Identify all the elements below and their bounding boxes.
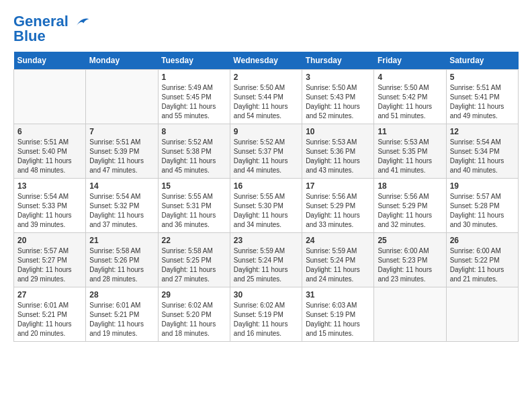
- day-number: 24: [306, 236, 370, 245]
- day-number: 11: [378, 127, 442, 136]
- weekday-header-thursday: Thursday: [302, 52, 374, 70]
- calendar-cell: 15Sunrise: 5:55 AM Sunset: 5:31 PM Dayli…: [158, 179, 230, 233]
- day-number: 5: [450, 73, 515, 82]
- day-info: Sunrise: 6:02 AM Sunset: 5:19 PM Dayligh…: [234, 301, 298, 338]
- weekday-header-friday: Friday: [374, 52, 446, 70]
- calendar-cell: 12Sunrise: 5:54 AM Sunset: 5:34 PM Dayli…: [446, 124, 518, 179]
- day-number: 15: [162, 181, 226, 191]
- day-number: 19: [450, 181, 515, 191]
- calendar-week-row: 27Sunrise: 6:01 AM Sunset: 5:21 PM Dayli…: [14, 287, 519, 342]
- day-info: Sunrise: 5:54 AM Sunset: 5:33 PM Dayligh…: [17, 192, 82, 230]
- day-info: Sunrise: 6:00 AM Sunset: 5:23 PM Dayligh…: [378, 246, 442, 284]
- day-number: 9: [234, 127, 298, 136]
- day-info: Sunrise: 5:50 AM Sunset: 5:42 PM Dayligh…: [378, 83, 442, 121]
- day-info: Sunrise: 5:57 AM Sunset: 5:27 PM Dayligh…: [17, 246, 82, 284]
- calendar-cell: 17Sunrise: 5:56 AM Sunset: 5:29 PM Dayli…: [302, 179, 374, 233]
- day-info: Sunrise: 6:02 AM Sunset: 5:20 PM Dayligh…: [162, 301, 226, 338]
- day-info: Sunrise: 5:55 AM Sunset: 5:30 PM Dayligh…: [234, 192, 298, 230]
- weekday-header-sunday: Sunday: [14, 52, 86, 70]
- calendar-cell: [374, 287, 446, 342]
- calendar-cell: [14, 70, 86, 124]
- day-info: Sunrise: 6:00 AM Sunset: 5:22 PM Dayligh…: [450, 246, 515, 284]
- day-info: Sunrise: 5:53 AM Sunset: 5:35 PM Dayligh…: [378, 138, 442, 175]
- calendar-cell: 2Sunrise: 5:50 AM Sunset: 5:44 PM Daylig…: [230, 70, 302, 124]
- day-number: 21: [89, 236, 154, 245]
- day-number: 27: [17, 290, 82, 300]
- calendar-cell: [446, 287, 518, 342]
- calendar-cell: 6Sunrise: 5:51 AM Sunset: 5:40 PM Daylig…: [14, 124, 86, 179]
- day-number: 8: [162, 127, 226, 136]
- day-info: Sunrise: 5:58 AM Sunset: 5:26 PM Dayligh…: [89, 246, 154, 284]
- calendar-cell: 9Sunrise: 5:52 AM Sunset: 5:37 PM Daylig…: [230, 124, 302, 179]
- day-number: 26: [450, 236, 515, 245]
- weekday-header-tuesday: Tuesday: [158, 52, 230, 70]
- weekday-header-saturday: Saturday: [446, 52, 518, 70]
- day-info: Sunrise: 5:52 AM Sunset: 5:37 PM Dayligh…: [234, 138, 298, 175]
- calendar-cell: 20Sunrise: 5:57 AM Sunset: 5:27 PM Dayli…: [14, 233, 86, 287]
- day-info: Sunrise: 5:58 AM Sunset: 5:25 PM Dayligh…: [162, 246, 226, 284]
- calendar-cell: 30Sunrise: 6:02 AM Sunset: 5:19 PM Dayli…: [230, 287, 302, 342]
- day-number: 20: [17, 236, 82, 245]
- calendar-week-row: 20Sunrise: 5:57 AM Sunset: 5:27 PM Dayli…: [14, 233, 519, 287]
- calendar-cell: 23Sunrise: 5:59 AM Sunset: 5:24 PM Dayli…: [230, 233, 302, 287]
- calendar-cell: 25Sunrise: 6:00 AM Sunset: 5:23 PM Dayli…: [374, 233, 446, 287]
- calendar-cell: 7Sunrise: 5:51 AM Sunset: 5:39 PM Daylig…: [86, 124, 158, 179]
- calendar-week-row: 6Sunrise: 5:51 AM Sunset: 5:40 PM Daylig…: [14, 124, 519, 179]
- calendar-cell: 18Sunrise: 5:56 AM Sunset: 5:29 PM Dayli…: [374, 179, 446, 233]
- day-number: 10: [306, 127, 370, 136]
- day-info: Sunrise: 5:56 AM Sunset: 5:29 PM Dayligh…: [378, 192, 442, 230]
- logo: General Blue: [13, 13, 90, 45]
- calendar-cell: 19Sunrise: 5:57 AM Sunset: 5:28 PM Dayli…: [446, 179, 518, 233]
- day-info: Sunrise: 5:55 AM Sunset: 5:31 PM Dayligh…: [162, 192, 226, 230]
- calendar-cell: 1Sunrise: 5:49 AM Sunset: 5:45 PM Daylig…: [158, 70, 230, 124]
- calendar-cell: 22Sunrise: 5:58 AM Sunset: 5:25 PM Dayli…: [158, 233, 230, 287]
- day-number: 14: [89, 181, 154, 191]
- day-info: Sunrise: 5:50 AM Sunset: 5:44 PM Dayligh…: [234, 83, 298, 121]
- calendar-cell: 11Sunrise: 5:53 AM Sunset: 5:35 PM Dayli…: [374, 124, 446, 179]
- day-info: Sunrise: 5:51 AM Sunset: 5:40 PM Dayligh…: [17, 138, 82, 175]
- day-number: 29: [162, 290, 226, 300]
- day-number: 2: [234, 73, 298, 82]
- calendar-cell: 13Sunrise: 5:54 AM Sunset: 5:33 PM Dayli…: [14, 179, 86, 233]
- day-number: 12: [450, 127, 515, 136]
- day-info: Sunrise: 5:52 AM Sunset: 5:38 PM Dayligh…: [162, 138, 226, 175]
- calendar-week-row: 13Sunrise: 5:54 AM Sunset: 5:33 PM Dayli…: [14, 179, 519, 233]
- day-info: Sunrise: 5:53 AM Sunset: 5:36 PM Dayligh…: [306, 138, 370, 175]
- day-info: Sunrise: 5:59 AM Sunset: 5:24 PM Dayligh…: [306, 246, 370, 284]
- day-number: 30: [234, 290, 298, 300]
- weekday-header-row: SundayMondayTuesdayWednesdayThursdayFrid…: [14, 52, 519, 70]
- calendar-cell: 29Sunrise: 6:02 AM Sunset: 5:20 PM Dayli…: [158, 287, 230, 342]
- day-number: 22: [162, 236, 226, 245]
- page-header: General Blue: [13, 13, 519, 45]
- day-number: 16: [234, 181, 298, 191]
- calendar-cell: 27Sunrise: 6:01 AM Sunset: 5:21 PM Dayli…: [14, 287, 86, 342]
- calendar-cell: 10Sunrise: 5:53 AM Sunset: 5:36 PM Dayli…: [302, 124, 374, 179]
- day-info: Sunrise: 5:51 AM Sunset: 5:41 PM Dayligh…: [450, 83, 515, 121]
- calendar-cell: 24Sunrise: 5:59 AM Sunset: 5:24 PM Dayli…: [302, 233, 374, 287]
- calendar-cell: 5Sunrise: 5:51 AM Sunset: 5:41 PM Daylig…: [446, 70, 518, 124]
- day-info: Sunrise: 5:50 AM Sunset: 5:43 PM Dayligh…: [306, 83, 370, 121]
- day-info: Sunrise: 6:01 AM Sunset: 5:21 PM Dayligh…: [17, 301, 82, 338]
- calendar-table: SundayMondayTuesdayWednesdayThursdayFrid…: [13, 52, 519, 342]
- calendar-cell: 14Sunrise: 5:54 AM Sunset: 5:32 PM Dayli…: [86, 179, 158, 233]
- day-number: 6: [17, 127, 82, 136]
- day-info: Sunrise: 5:57 AM Sunset: 5:28 PM Dayligh…: [450, 192, 515, 230]
- day-number: 7: [89, 127, 154, 136]
- calendar-cell: 4Sunrise: 5:50 AM Sunset: 5:42 PM Daylig…: [374, 70, 446, 124]
- weekday-header-wednesday: Wednesday: [230, 52, 302, 70]
- calendar-cell: 28Sunrise: 6:01 AM Sunset: 5:21 PM Dayli…: [86, 287, 158, 342]
- calendar-cell: [86, 70, 158, 124]
- weekday-header-monday: Monday: [86, 52, 158, 70]
- calendar-cell: 31Sunrise: 6:03 AM Sunset: 5:19 PM Dayli…: [302, 287, 374, 342]
- day-number: 31: [306, 290, 370, 300]
- logo-bird-icon: [74, 14, 90, 30]
- day-number: 28: [89, 290, 154, 300]
- day-number: 23: [234, 236, 298, 245]
- day-info: Sunrise: 6:01 AM Sunset: 5:21 PM Dayligh…: [89, 301, 154, 338]
- day-info: Sunrise: 5:51 AM Sunset: 5:39 PM Dayligh…: [89, 138, 154, 175]
- day-info: Sunrise: 5:54 AM Sunset: 5:32 PM Dayligh…: [89, 192, 154, 230]
- calendar-cell: 3Sunrise: 5:50 AM Sunset: 5:43 PM Daylig…: [302, 70, 374, 124]
- day-number: 1: [162, 73, 226, 82]
- day-number: 25: [378, 236, 442, 245]
- day-info: Sunrise: 6:03 AM Sunset: 5:19 PM Dayligh…: [306, 301, 370, 338]
